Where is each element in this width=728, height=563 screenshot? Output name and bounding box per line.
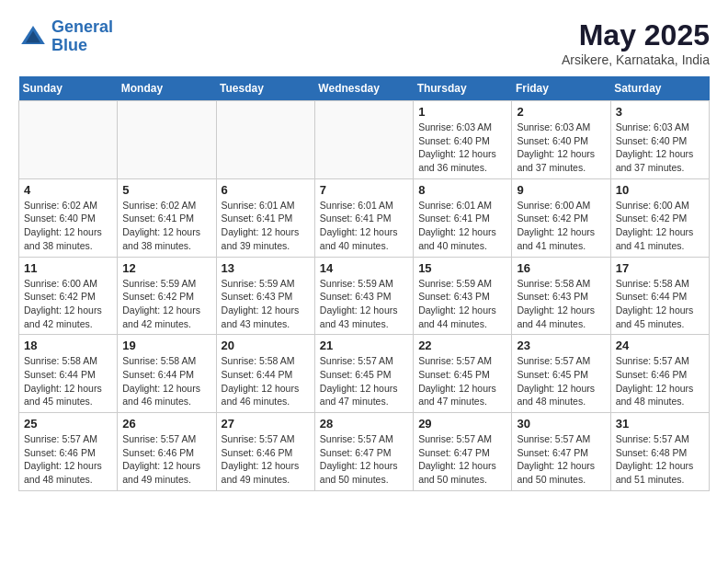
calendar-cell: 28Sunrise: 5:57 AM Sunset: 6:47 PM Dayli… (314, 413, 413, 491)
calendar-cell: 9Sunrise: 6:00 AM Sunset: 6:42 PM Daylig… (512, 178, 610, 257)
calendar-cell: 29Sunrise: 5:57 AM Sunset: 6:47 PM Dayli… (414, 413, 512, 491)
calendar-cell: 22Sunrise: 5:57 AM Sunset: 6:45 PM Dayli… (414, 335, 512, 413)
day-number: 22 (418, 339, 506, 352)
calendar-cell: 11Sunrise: 6:00 AM Sunset: 6:42 PM Dayli… (19, 257, 118, 335)
calendar-cell: 10Sunrise: 6:00 AM Sunset: 6:42 PM Dayli… (610, 178, 709, 257)
day-number: 20 (222, 339, 310, 352)
weekday-header-monday: Monday (118, 76, 216, 101)
day-info: Sunrise: 6:01 AM Sunset: 6:41 PM Dayligh… (418, 199, 506, 253)
day-info: Sunrise: 5:59 AM Sunset: 6:43 PM Dayligh… (222, 277, 310, 331)
day-number: 21 (320, 339, 408, 352)
weekday-header-tuesday: Tuesday (216, 76, 314, 101)
calendar-cell: 16Sunrise: 5:58 AM Sunset: 6:43 PM Dayli… (512, 257, 610, 335)
calendar-week-row: 18Sunrise: 5:58 AM Sunset: 6:44 PM Dayli… (19, 335, 710, 413)
calendar-cell: 6Sunrise: 6:01 AM Sunset: 6:41 PM Daylig… (216, 178, 314, 257)
day-info: Sunrise: 6:02 AM Sunset: 6:40 PM Dayligh… (24, 199, 112, 253)
day-number: 24 (616, 339, 704, 352)
day-info: Sunrise: 5:57 AM Sunset: 6:45 PM Dayligh… (320, 354, 408, 408)
day-number: 7 (320, 183, 408, 197)
day-info: Sunrise: 5:59 AM Sunset: 6:43 PM Dayligh… (320, 277, 408, 331)
calendar-table: SundayMondayTuesdayWednesdayThursdayFrid… (18, 76, 710, 491)
calendar-cell (314, 101, 413, 179)
day-info: Sunrise: 5:57 AM Sunset: 6:46 PM Dayligh… (616, 354, 704, 408)
calendar-cell: 5Sunrise: 6:02 AM Sunset: 6:41 PM Daylig… (118, 178, 216, 257)
day-number: 13 (222, 261, 310, 275)
day-number: 8 (418, 183, 506, 197)
day-info: Sunrise: 6:03 AM Sunset: 6:40 PM Dayligh… (517, 121, 605, 175)
day-info: Sunrise: 5:58 AM Sunset: 6:44 PM Dayligh… (222, 354, 310, 408)
day-number: 18 (24, 339, 112, 352)
day-info: Sunrise: 5:57 AM Sunset: 6:47 PM Dayligh… (517, 432, 605, 487)
calendar-cell (216, 101, 314, 179)
day-number: 4 (24, 183, 112, 197)
page-header: General Blue May 2025 Arsikere, Karnatak… (18, 18, 710, 67)
calendar-cell: 8Sunrise: 6:01 AM Sunset: 6:41 PM Daylig… (414, 178, 512, 257)
day-number: 23 (517, 339, 605, 352)
logo-text: General Blue (51, 18, 113, 55)
calendar-cell: 24Sunrise: 5:57 AM Sunset: 6:46 PM Dayli… (610, 335, 709, 413)
calendar-cell: 31Sunrise: 5:57 AM Sunset: 6:48 PM Dayli… (610, 413, 709, 491)
day-number: 14 (320, 261, 408, 275)
day-info: Sunrise: 6:01 AM Sunset: 6:41 PM Dayligh… (320, 199, 408, 253)
day-info: Sunrise: 5:57 AM Sunset: 6:46 PM Dayligh… (122, 432, 210, 487)
logo-line2: Blue (51, 36, 87, 54)
calendar-cell: 18Sunrise: 5:58 AM Sunset: 6:44 PM Dayli… (19, 335, 118, 413)
weekday-header-friday: Friday (512, 76, 610, 101)
calendar-cell: 1Sunrise: 6:03 AM Sunset: 6:40 PM Daylig… (414, 101, 512, 179)
weekday-header-row: SundayMondayTuesdayWednesdayThursdayFrid… (19, 76, 710, 101)
calendar-week-row: 11Sunrise: 6:00 AM Sunset: 6:42 PM Dayli… (19, 257, 710, 335)
weekday-header-sunday: Sunday (19, 76, 118, 101)
day-info: Sunrise: 6:00 AM Sunset: 6:42 PM Dayligh… (517, 199, 605, 253)
calendar-cell: 30Sunrise: 5:57 AM Sunset: 6:47 PM Dayli… (512, 413, 610, 491)
day-number: 30 (517, 417, 605, 431)
calendar-cell: 12Sunrise: 5:59 AM Sunset: 6:42 PM Dayli… (118, 257, 216, 335)
calendar-cell: 26Sunrise: 5:57 AM Sunset: 6:46 PM Dayli… (118, 413, 216, 491)
day-info: Sunrise: 5:57 AM Sunset: 6:45 PM Dayligh… (517, 354, 605, 408)
weekday-header-thursday: Thursday (414, 76, 512, 101)
day-number: 5 (122, 183, 210, 197)
calendar-cell: 2Sunrise: 6:03 AM Sunset: 6:40 PM Daylig… (512, 101, 610, 179)
day-info: Sunrise: 5:57 AM Sunset: 6:46 PM Dayligh… (24, 432, 112, 487)
calendar-week-row: 25Sunrise: 5:57 AM Sunset: 6:46 PM Dayli… (19, 413, 710, 491)
day-info: Sunrise: 6:03 AM Sunset: 6:40 PM Dayligh… (418, 121, 506, 175)
calendar-week-row: 4Sunrise: 6:02 AM Sunset: 6:40 PM Daylig… (19, 178, 710, 257)
month-title: May 2025 (562, 18, 710, 52)
day-number: 28 (320, 417, 408, 431)
day-number: 16 (517, 261, 605, 275)
day-number: 31 (616, 417, 704, 431)
day-number: 6 (222, 183, 310, 197)
day-info: Sunrise: 5:58 AM Sunset: 6:43 PM Dayligh… (517, 277, 605, 331)
day-number: 26 (122, 417, 210, 431)
calendar-cell: 20Sunrise: 5:58 AM Sunset: 6:44 PM Dayli… (216, 335, 314, 413)
weekday-header-saturday: Saturday (610, 76, 709, 101)
day-number: 1 (418, 105, 506, 119)
day-info: Sunrise: 5:58 AM Sunset: 6:44 PM Dayligh… (616, 277, 704, 331)
day-info: Sunrise: 5:57 AM Sunset: 6:47 PM Dayligh… (418, 432, 506, 487)
calendar-cell: 14Sunrise: 5:59 AM Sunset: 6:43 PM Dayli… (314, 257, 413, 335)
day-info: Sunrise: 6:03 AM Sunset: 6:40 PM Dayligh… (616, 121, 704, 175)
logo: General Blue (18, 18, 113, 55)
day-info: Sunrise: 5:57 AM Sunset: 6:48 PM Dayligh… (616, 432, 704, 487)
day-info: Sunrise: 5:57 AM Sunset: 6:47 PM Dayligh… (320, 432, 408, 487)
day-info: Sunrise: 6:01 AM Sunset: 6:41 PM Dayligh… (222, 199, 310, 253)
calendar-cell: 19Sunrise: 5:58 AM Sunset: 6:44 PM Dayli… (118, 335, 216, 413)
weekday-header-wednesday: Wednesday (314, 76, 413, 101)
day-info: Sunrise: 5:57 AM Sunset: 6:46 PM Dayligh… (222, 432, 310, 487)
location: Arsikere, Karnataka, India (562, 52, 710, 67)
calendar-cell: 13Sunrise: 5:59 AM Sunset: 6:43 PM Dayli… (216, 257, 314, 335)
day-number: 29 (418, 417, 506, 431)
day-info: Sunrise: 5:59 AM Sunset: 6:42 PM Dayligh… (122, 277, 210, 331)
day-number: 2 (517, 105, 605, 119)
day-number: 3 (616, 105, 704, 119)
day-number: 11 (24, 261, 112, 275)
day-number: 27 (222, 417, 310, 431)
day-number: 19 (122, 339, 210, 352)
calendar-cell: 21Sunrise: 5:57 AM Sunset: 6:45 PM Dayli… (314, 335, 413, 413)
day-info: Sunrise: 6:02 AM Sunset: 6:41 PM Dayligh… (122, 199, 210, 253)
day-number: 9 (517, 183, 605, 197)
calendar-cell: 17Sunrise: 5:58 AM Sunset: 6:44 PM Dayli… (610, 257, 709, 335)
calendar-cell (118, 101, 216, 179)
logo-line1: General (51, 17, 113, 36)
calendar-cell: 25Sunrise: 5:57 AM Sunset: 6:46 PM Dayli… (19, 413, 118, 491)
calendar-cell: 3Sunrise: 6:03 AM Sunset: 6:40 PM Daylig… (610, 101, 709, 179)
